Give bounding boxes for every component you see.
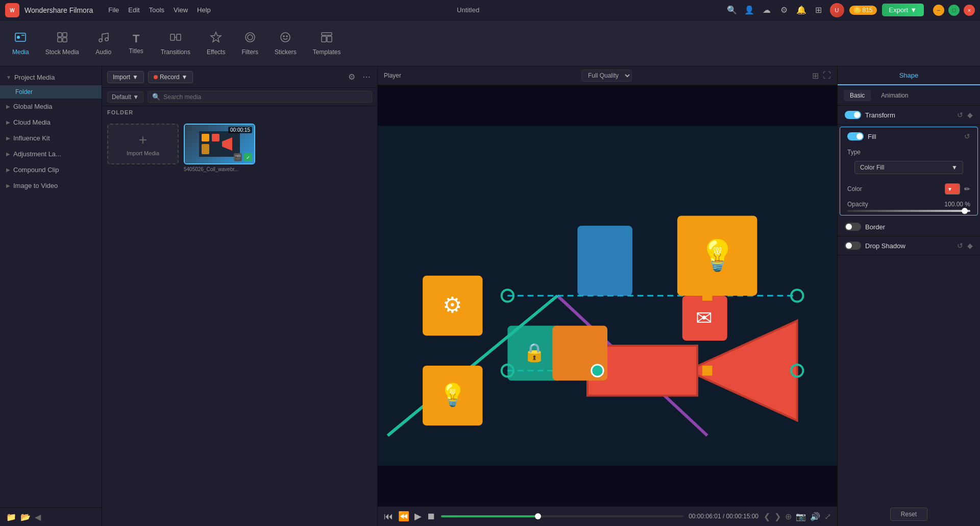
marker-in-icon[interactable]: ❮ bbox=[764, 512, 770, 521]
subtab-animation[interactable]: Animation bbox=[875, 90, 914, 101]
fill-reset-icon[interactable]: ↺ bbox=[964, 132, 970, 140]
search-input[interactable] bbox=[163, 93, 368, 101]
stop-button[interactable]: ⏹ bbox=[427, 511, 436, 522]
fill-toggle[interactable] bbox=[847, 132, 864, 140]
toolbar-audio-label: Audio bbox=[95, 49, 111, 56]
transform-toggle[interactable] bbox=[845, 111, 861, 119]
play-button[interactable]: ▶ bbox=[414, 511, 422, 522]
toolbar-stock-media[interactable]: Stock Media bbox=[38, 27, 86, 60]
color-chevron-icon: ▼ bbox=[947, 186, 952, 192]
toolbar-effects[interactable]: Effects bbox=[200, 27, 232, 60]
media-more-icon[interactable]: ⋯ bbox=[361, 70, 372, 83]
maximize-button[interactable]: □ bbox=[948, 5, 960, 16]
menu-edit[interactable]: Edit bbox=[128, 6, 139, 14]
opacity-slider[interactable] bbox=[847, 210, 970, 212]
sidebar-item-adjustment[interactable]: ▶ Adjustment La... bbox=[0, 146, 102, 162]
search-icon: 🔍 bbox=[152, 93, 160, 101]
sidebar-item-project-media[interactable]: ▼ Project Media bbox=[0, 69, 102, 85]
account-icon[interactable]: 👤 bbox=[743, 4, 755, 16]
snapshot-icon[interactable]: 📷 bbox=[796, 512, 806, 521]
menu-help[interactable]: Help bbox=[197, 6, 211, 14]
border-header[interactable]: Border bbox=[838, 218, 980, 236]
sidebar-item-image-to-video[interactable]: ▶ Image to Video bbox=[0, 178, 102, 194]
media-item-5405026[interactable]: 00:00:15 🎬 ✓ 5405026_Coll_wavebr... bbox=[184, 124, 255, 172]
settings-icon[interactable]: ⚙ bbox=[778, 4, 790, 16]
add-to-timeline-icon[interactable]: ⊕ bbox=[785, 512, 792, 521]
menu-file[interactable]: File bbox=[108, 6, 119, 14]
transform-header[interactable]: Transform ↺ ◆ bbox=[838, 106, 980, 124]
record-button[interactable]: Record ▼ bbox=[148, 71, 193, 83]
progress-dot bbox=[535, 513, 541, 519]
svg-rect-11 bbox=[170, 34, 175, 40]
reset-row: Reset bbox=[838, 503, 980, 526]
prev-button[interactable]: ⏮ bbox=[384, 511, 393, 522]
drop-shadow-toggle[interactable] bbox=[845, 242, 861, 250]
reset-button[interactable]: Reset bbox=[890, 508, 927, 521]
toolbar-audio[interactable]: Audio bbox=[88, 27, 119, 60]
folder-icon[interactable]: 📂 bbox=[20, 512, 31, 522]
toolbar-media[interactable]: Media bbox=[5, 27, 36, 60]
import-button[interactable]: Import ▼ bbox=[107, 71, 144, 83]
sidebar-item-global-media[interactable]: ▶ Global Media bbox=[0, 99, 102, 114]
export-button[interactable]: Export ▼ bbox=[882, 4, 924, 16]
fill-section: Fill ↺ Type Color Fill ▼ bbox=[840, 127, 978, 216]
quality-select[interactable]: Full Quality bbox=[581, 69, 632, 82]
sidebar-item-cloud-media[interactable]: ▶ Cloud Media bbox=[0, 114, 102, 130]
reset-icon[interactable]: ↺ bbox=[957, 111, 963, 119]
stock-media-icon bbox=[56, 31, 68, 46]
app-logo: W bbox=[5, 3, 19, 17]
view-select[interactable]: Default ▼ bbox=[107, 91, 143, 103]
close-button[interactable]: × bbox=[964, 5, 975, 16]
drop-shadow-header[interactable]: Drop Shadow ↺ ◆ bbox=[838, 236, 980, 255]
split-view-icon[interactable]: ⊞ bbox=[812, 71, 819, 81]
toolbar-filters[interactable]: Filters bbox=[234, 27, 265, 60]
svg-rect-20 bbox=[322, 36, 326, 42]
sidebar-item-compound-clip[interactable]: ▶ Compound Clip bbox=[0, 162, 102, 178]
menu-view[interactable]: View bbox=[174, 6, 188, 14]
sidebar-subitem-folder[interactable]: Folder bbox=[0, 85, 102, 99]
player-progress-bar[interactable] bbox=[441, 515, 683, 517]
toolbar-templates[interactable]: Templates bbox=[306, 27, 348, 60]
opacity-slider-thumb bbox=[962, 208, 968, 214]
keyframe-icon[interactable]: ◆ bbox=[967, 111, 973, 119]
menu-tools[interactable]: Tools bbox=[149, 6, 164, 14]
color-swatch[interactable]: ▼ bbox=[945, 183, 960, 195]
grid-icon[interactable]: ⊞ bbox=[813, 4, 825, 16]
toolbar-stickers-label: Stickers bbox=[275, 49, 297, 56]
titlebar-left: W Wondershare Filmora File Edit Tools Vi… bbox=[5, 3, 211, 17]
sidebar-item-influence-kit[interactable]: ▶ Influence Kit bbox=[0, 130, 102, 146]
tab-shape[interactable]: Shape bbox=[838, 66, 980, 85]
border-toggle[interactable] bbox=[845, 223, 861, 231]
search-input-wrap: 🔍 bbox=[148, 91, 372, 103]
media-filter-icon[interactable]: ⚙ bbox=[347, 70, 357, 83]
user-avatar[interactable]: U bbox=[830, 3, 844, 17]
fullscreen-icon[interactable]: ⛶ bbox=[823, 71, 831, 81]
add-folder-icon[interactable]: 📁 bbox=[6, 512, 16, 522]
player-canvas: 💡 🔒 ⚙ 💡 ✉ bbox=[378, 85, 837, 506]
svg-point-3 bbox=[17, 36, 20, 39]
marker-out-icon[interactable]: ❯ bbox=[774, 512, 781, 521]
search-icon[interactable]: 🔍 bbox=[726, 4, 738, 16]
drop-shadow-reset-icon[interactable]: ↺ bbox=[957, 242, 963, 250]
cloud-icon[interactable]: ☁ bbox=[761, 4, 773, 16]
collapse-icon[interactable]: ◀ bbox=[35, 512, 41, 522]
media-thumbnail[interactable]: 00:00:15 🎬 ✓ bbox=[184, 124, 255, 164]
fill-header[interactable]: Fill ↺ bbox=[840, 127, 977, 146]
toolbar-titles[interactable]: T Titles bbox=[121, 28, 152, 59]
subtab-basic[interactable]: Basic bbox=[844, 90, 871, 101]
svg-rect-19 bbox=[322, 33, 332, 35]
import-media-card[interactable]: + Import Media bbox=[107, 124, 179, 164]
drop-shadow-keyframe-icon[interactable]: ◆ bbox=[967, 242, 973, 250]
filters-icon bbox=[244, 31, 256, 46]
aspect-icon[interactable]: ⤢ bbox=[824, 512, 831, 521]
effects-icon bbox=[210, 31, 222, 46]
color-picker-icon[interactable]: ✏ bbox=[964, 185, 970, 193]
toolbar-stickers[interactable]: Stickers bbox=[267, 27, 304, 60]
toolbar-transitions[interactable]: Transitions bbox=[154, 27, 198, 60]
fill-type-dropdown[interactable]: Color Fill ▼ bbox=[854, 161, 963, 174]
volume-icon[interactable]: 🔊 bbox=[810, 512, 820, 521]
player-extra-icons: ❮ ❯ ⊕ 📷 🔊 ⤢ bbox=[764, 512, 831, 521]
minimize-button[interactable]: − bbox=[933, 5, 944, 16]
notification-icon[interactable]: 🔔 bbox=[795, 4, 807, 16]
step-back-button[interactable]: ⏪ bbox=[398, 511, 409, 522]
